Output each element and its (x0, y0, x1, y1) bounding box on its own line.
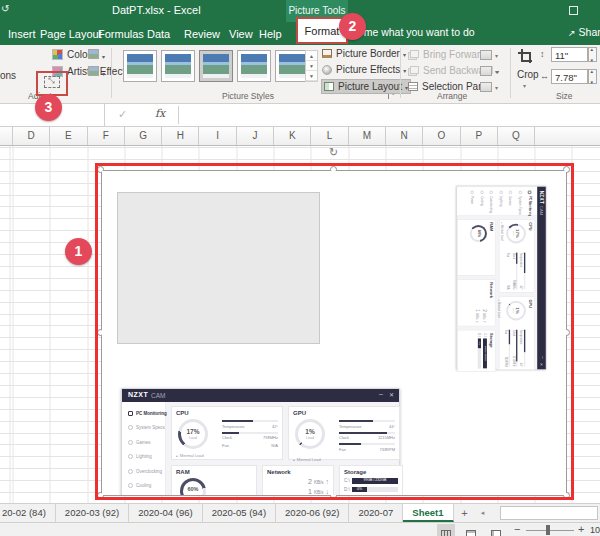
chevron-down-icon: ▾ (495, 68, 498, 75)
sheet-tab[interactable]: 20-02 (84) (0, 504, 56, 522)
share-icon: ↗ (568, 28, 576, 38)
picture-effects-label: Picture Effects (336, 64, 400, 75)
normal-view-icon (441, 530, 451, 536)
enter-check-icon[interactable]: ✓ (118, 108, 127, 121)
zoom-in-button[interactable]: + (578, 523, 584, 535)
sheet-tab-active[interactable]: Sheet1 (403, 504, 453, 522)
picture-effects-button[interactable]: Picture Effects (322, 64, 406, 75)
sheet-tab[interactable]: 2020-07 (349, 504, 403, 522)
new-sheet-button[interactable]: + (454, 504, 476, 522)
tab-help[interactable]: Help (259, 25, 282, 45)
column-header[interactable]: P (461, 127, 498, 145)
sheet-tab[interactable]: 2020-05 (94) (203, 504, 276, 522)
picture-border-label: Picture Border (336, 48, 400, 59)
worksheet-grid[interactable]: ↻ NZXT CAM – ✕ (0, 146, 600, 503)
excel-window: ↺ DatPT.xlsx - Excel Picture Tools Inser… (0, 0, 600, 536)
annotation-step-2: 2 (339, 13, 366, 40)
align-objects-icon[interactable] (480, 50, 492, 60)
column-header[interactable]: D (13, 127, 50, 145)
tab-view[interactable]: View (229, 25, 253, 45)
gallery-down-icon[interactable]: ▼ (306, 61, 317, 71)
ribbon-display-options-icon[interactable] (569, 6, 578, 15)
picture-tools-label: Picture Tools (288, 5, 345, 16)
picture-style-thumbnail-icon (165, 54, 191, 78)
chevron-down-icon: ▾ (495, 52, 498, 59)
picture-style-thumbnail-icon (279, 54, 305, 78)
page-layout-view-button[interactable] (462, 524, 480, 536)
shape-width-input[interactable] (551, 69, 588, 84)
height-spinner[interactable] (588, 47, 597, 62)
picture-style-3-selected[interactable] (199, 50, 233, 82)
crop-icon (518, 49, 532, 63)
corrections-button-partial[interactable]: ons (0, 70, 16, 81)
column-header[interactable]: F (88, 127, 125, 145)
zoom-out-button[interactable]: − (514, 523, 520, 535)
zoom-slider-track[interactable] (526, 530, 574, 531)
sheet-tab[interactable]: 2020-06 (92) (276, 504, 349, 522)
picture-border-button[interactable]: Picture Border (322, 48, 406, 59)
page-break-view-button[interactable] (487, 524, 505, 536)
group-divider (510, 48, 511, 98)
annotation-step-3: 3 (35, 94, 62, 121)
gallery-more-icon[interactable]: ▼ (306, 71, 317, 81)
shape-height-input[interactable] (551, 47, 588, 62)
column-header[interactable]: Q (498, 127, 535, 145)
column-header-partial[interactable] (0, 127, 13, 145)
column-header[interactable]: E (50, 127, 87, 145)
picture-style-1[interactable] (123, 50, 157, 82)
page-layout-view-icon (466, 530, 476, 536)
picture-style-thumbnail-icon (241, 54, 267, 78)
change-picture-icon (88, 66, 99, 76)
sheet-tab[interactable]: 2020-04 (96) (129, 504, 202, 522)
crop-button[interactable] (518, 49, 532, 63)
column-header[interactable]: L (311, 127, 348, 145)
change-picture-button[interactable] (88, 66, 105, 78)
tab-data[interactable]: Data (147, 25, 170, 45)
group-divider (400, 48, 401, 98)
rotation-handle-icon[interactable]: ↻ (329, 146, 338, 159)
column-header[interactable]: M (349, 127, 386, 145)
divider (178, 106, 179, 124)
column-headers: D E F G H I J K L M N O P Q (0, 127, 600, 146)
annotation-step-1: 1 (65, 238, 92, 265)
share-button[interactable]: ↗Share (568, 26, 600, 38)
scrollbar-thumb[interactable] (500, 506, 599, 520)
compress-picture-button[interactable] (88, 49, 105, 61)
column-header[interactable]: O (423, 127, 460, 145)
tab-page-layout[interactable]: Page Layout (40, 25, 102, 45)
insert-function-button[interactable]: fx (155, 107, 165, 120)
page-break-view-icon (491, 530, 501, 536)
tab-formulas[interactable]: Formulas (98, 25, 144, 45)
shape-width-icon: ↔ (540, 71, 549, 81)
horizontal-scrollbar[interactable] (494, 506, 600, 520)
width-spinner[interactable] (588, 69, 597, 84)
send-backward-icon (408, 66, 419, 76)
crop-label[interactable]: Crop (517, 69, 539, 80)
column-header[interactable]: J (237, 127, 274, 145)
column-header[interactable]: K (274, 127, 311, 145)
tab-review[interactable]: Review (184, 25, 220, 45)
chevron-down-icon: ▾ (523, 82, 526, 89)
gallery-up-icon[interactable]: ▲ (306, 51, 317, 61)
column-header[interactable]: I (199, 127, 236, 145)
quick-access-undo-icon[interactable]: ↺ (1, 3, 9, 14)
picture-style-4[interactable] (237, 50, 271, 82)
picture-layout-button[interactable]: Picture Layout (322, 80, 410, 93)
column-header[interactable]: G (125, 127, 162, 145)
picture-style-5[interactable] (275, 50, 309, 82)
status-bar: − + 100% (0, 522, 600, 536)
tab-insert[interactable]: Insert (8, 25, 36, 45)
column-header[interactable]: H (162, 127, 199, 145)
chevron-down-icon (99, 67, 105, 78)
rotate-objects-icon[interactable] (480, 82, 492, 92)
picture-style-2[interactable] (161, 50, 195, 82)
zoom-percentage[interactable]: 100% (590, 525, 600, 535)
sheet-tab[interactable]: 2020-03 (92) (56, 504, 129, 522)
tab-scroll-left-icon[interactable]: ◂ (476, 504, 490, 522)
column-header[interactable]: N (386, 127, 423, 145)
size-group-label: Size (556, 91, 573, 101)
bring-forward-icon (408, 50, 419, 60)
normal-view-button[interactable] (437, 524, 455, 536)
picture-layout-label: Picture Layout (338, 81, 402, 92)
zoom-slider-thumb[interactable] (546, 525, 550, 535)
